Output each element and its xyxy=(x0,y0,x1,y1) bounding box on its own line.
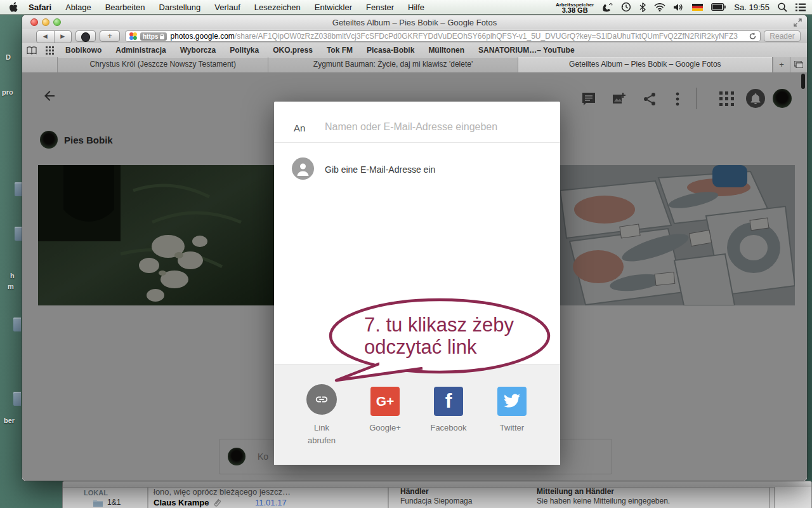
tab-bar: Chrystus Król (Jeszcze Nowszy Testament)… xyxy=(22,57,807,73)
spotlight-search-icon[interactable] xyxy=(778,3,787,12)
share-option-label: Twitter xyxy=(480,422,544,434)
share-option-twitter[interactable]: Twitter xyxy=(480,364,544,465)
person-icon xyxy=(296,162,310,176)
bookmark-item[interactable]: OKO.press xyxy=(273,46,313,55)
extension-button[interactable] xyxy=(75,30,96,42)
url-field[interactable]: https photos.google.com/share/AF1QipOW0z… xyxy=(125,30,761,42)
email-suggestion-item[interactable]: Gib eine E-Mail-Adresse ein xyxy=(325,164,435,175)
german-flag-input-icon[interactable] xyxy=(692,4,703,11)
notification-center-icon[interactable] xyxy=(796,3,806,11)
bookmark-item[interactable]: Bobikowo xyxy=(65,46,102,55)
apple-menu-icon[interactable] xyxy=(9,2,18,12)
twitter-bird-icon xyxy=(504,394,520,408)
back-button[interactable]: ◀ xyxy=(37,31,55,43)
show-all-tabs-button[interactable] xyxy=(790,57,807,72)
mail-sidebar-header: LOKAL xyxy=(84,489,108,497)
desktop-folder-icon[interactable] xyxy=(13,392,21,406)
reload-icon[interactable] xyxy=(749,32,756,40)
folder-icon xyxy=(93,499,103,507)
url-text[interactable]: photos.google.com/share/AF1QipOW0zRzZ038… xyxy=(170,32,745,41)
close-window-button[interactable] xyxy=(30,18,38,26)
bookmark-item[interactable]: Administracja xyxy=(115,46,166,55)
browser-tab-active[interactable]: Geteiltes Album – Pies Bobik – Google Fo… xyxy=(518,57,773,72)
desktop-label-fragment: pro xyxy=(2,88,13,96)
message-label: Mitteilung an Händler xyxy=(537,487,614,496)
share-option-get-link[interactable]: Link abrufen xyxy=(290,364,353,465)
browser-toolbar: ◀ ▶ + https photos.google.com/share/AF1Q… xyxy=(22,29,807,44)
mail-date: 11.01.17 xyxy=(255,498,287,507)
desktop-label-fragment: h xyxy=(10,272,15,279)
bluetooth-icon[interactable] xyxy=(639,3,646,12)
menu-clock[interactable]: Sa. 19:55 xyxy=(734,3,769,12)
message-value: Sie haben keine Mitteilung eingegeben. xyxy=(537,497,670,505)
person-circle-icon xyxy=(292,157,314,180)
share-option-facebook[interactable]: f Facebook xyxy=(417,364,480,465)
new-tab-button[interactable]: + xyxy=(773,57,790,72)
menu-item[interactable]: Bearbeiten xyxy=(105,3,145,12)
desktop-label-fragment: D xyxy=(6,53,11,61)
extension-icon xyxy=(81,32,90,42)
mail-folder-item[interactable]: 1&1 xyxy=(107,498,121,507)
page-scrollbar-thumb[interactable] xyxy=(801,74,805,89)
recipient-input-placeholder[interactable]: Namen oder E-Mail-Adresse eingeben xyxy=(325,121,497,133)
nav-button-group: ◀ ▶ xyxy=(36,30,72,43)
forward-button[interactable]: ▶ xyxy=(55,31,72,43)
zoom-window-button[interactable] xyxy=(53,18,61,26)
bookmark-item[interactable]: Mülltonen xyxy=(428,46,464,55)
bookmark-item[interactable]: Wyborcza xyxy=(180,46,216,55)
googleplus-icon: G+ xyxy=(370,387,400,416)
desktop-folder-icon[interactable] xyxy=(13,318,21,331)
bookmark-item[interactable]: SANATORIUM…– YouTube xyxy=(478,46,575,55)
menu-item[interactable]: Ablage xyxy=(65,3,91,12)
browser-tab[interactable]: Zygmunt Bauman: Życie, daj mi klawisz 'd… xyxy=(268,57,518,72)
menu-item[interactable]: Fenster xyxy=(366,3,394,12)
memory-status[interactable]: Arbeitsspeicher 3.38 GB xyxy=(556,1,594,13)
phone-status-icon[interactable] xyxy=(602,3,613,12)
menu-item-app[interactable]: Safari xyxy=(29,3,51,12)
time-machine-icon[interactable] xyxy=(621,2,631,12)
share-add-button[interactable]: + xyxy=(100,30,120,42)
bookmarks-book-icon[interactable] xyxy=(27,46,37,55)
wifi-icon[interactable] xyxy=(654,3,665,11)
bookmark-item[interactable]: Tok FM xyxy=(327,46,353,55)
battery-icon[interactable] xyxy=(711,3,726,11)
share-options-footer: Link abrufen G+ Google+ f Facebook Twitt… xyxy=(274,364,560,465)
menu-item[interactable]: Verlauf xyxy=(214,3,240,12)
mail-preview-text: łono, więc oprócz bieżącego jeszcz… xyxy=(154,487,291,497)
bookmarks-bar: Bobikowo Administracja Wyborcza Polityka… xyxy=(22,43,807,58)
menu-item[interactable]: Hilfe xyxy=(408,3,424,12)
volume-icon[interactable] xyxy=(674,3,684,11)
tab-tools: + xyxy=(773,57,807,72)
link-icon xyxy=(314,392,329,406)
window-titlebar[interactable]: Geteiltes Album – Pies Bobik – Google Fo… xyxy=(22,15,807,30)
bookmark-item[interactable]: Polityka xyxy=(230,46,259,55)
background-mail-window: LOKAL 1&1 łono, więc oprócz bieżącego je… xyxy=(62,481,812,508)
desktop-label-fragment: m xyxy=(8,283,14,290)
menu-item[interactable]: Darstellung xyxy=(159,3,201,12)
pane-divider xyxy=(147,487,148,508)
share-option-label: Google+ xyxy=(353,422,417,434)
desktop-folder-icon[interactable] xyxy=(15,182,22,196)
browser-tab[interactable]: Chrystus Król (Jeszcze Nowszy Testament) xyxy=(57,57,268,72)
desktop-folder-icon[interactable] xyxy=(15,227,22,241)
desktop-label-fragment: ber xyxy=(4,417,15,424)
share-option-label: Facebook xyxy=(417,422,480,434)
google-photos-page: Pies Bobik xyxy=(22,72,807,481)
google-photos-favicon xyxy=(129,32,138,41)
safari-window: Geteiltes Album – Pies Bobik – Google Fo… xyxy=(22,15,807,481)
share-dialog: An Namen oder E-Mail-Adresse eingeben Gi… xyxy=(274,102,560,464)
top-sites-grid-icon[interactable] xyxy=(46,46,54,55)
fullscreen-icon[interactable] xyxy=(794,18,802,27)
minimize-window-button[interactable] xyxy=(42,18,49,26)
share-option-googleplus[interactable]: G+ Google+ xyxy=(353,364,417,465)
url-path: /share/AF1QipOW0zRzZ038bmltVcj3FcSFDcPd0… xyxy=(235,32,738,41)
mail-sender[interactable]: Claus Krampe xyxy=(154,498,209,507)
menu-item[interactable]: Entwickler xyxy=(315,3,352,12)
twitter-icon xyxy=(497,387,527,416)
reader-button[interactable]: Reader xyxy=(764,30,801,42)
bookmark-item[interactable]: Picasa-Bobik xyxy=(367,46,414,55)
memory-value: 3.38 GB xyxy=(556,8,594,13)
facebook-icon: f xyxy=(434,387,463,416)
menu-item[interactable]: Lesezeichen xyxy=(254,3,301,12)
share-option-label: Link abrufen xyxy=(303,422,341,447)
